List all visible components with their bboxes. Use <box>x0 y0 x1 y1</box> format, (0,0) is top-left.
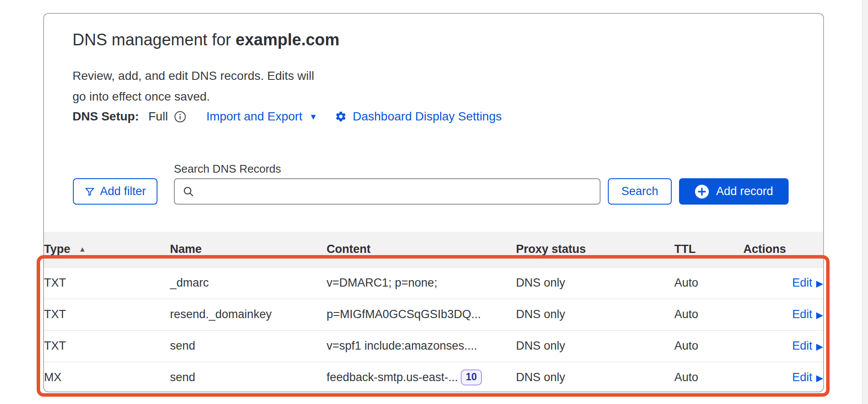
table-row: TXT_dmarcv=DMARC1; p=none;DNS onlyAutoEd… <box>44 267 823 299</box>
sort-ascending-icon: ▲ <box>79 245 86 253</box>
record-ttl: Auto <box>674 267 743 299</box>
edit-record-link[interactable]: Edit▶ <box>792 371 823 384</box>
edit-arrow-icon: ▶ <box>816 278 823 288</box>
page-title-prefix: DNS management for <box>72 31 236 49</box>
edit-label: Edit <box>792 276 812 289</box>
filter-funnel-icon <box>85 186 95 197</box>
table-header: Type ▲ Name Content Proxy status TTL Act… <box>44 232 823 267</box>
subtitle-line-2: go into effect once saved. <box>72 86 314 107</box>
dashboard-display-settings-link[interactable]: Dashboard Display Settings <box>335 110 502 123</box>
record-proxy-status: DNS only <box>516 267 674 299</box>
record-actions-cell: Edit▶ <box>743 330 823 362</box>
table-row: MXsendfeedback-smtp.us-east-...10DNS onl… <box>44 362 823 393</box>
record-type: MX <box>44 362 170 393</box>
record-type: TXT <box>44 267 170 299</box>
edit-arrow-icon: ▶ <box>816 310 823 320</box>
edit-record-link[interactable]: Edit▶ <box>792 308 823 321</box>
add-filter-label: Add filter <box>100 185 146 198</box>
gear-icon <box>335 110 347 123</box>
controls-row: Add filter Search <box>44 178 823 205</box>
record-content: v=DMARC1; p=none; <box>327 276 437 289</box>
record-actions-cell: Edit▶ <box>743 299 823 330</box>
search-records-label: Search DNS Records <box>174 162 281 176</box>
edit-label: Edit <box>792 371 812 384</box>
page: DNS management for example.com Review, a… <box>0 0 868 404</box>
record-actions-cell: Edit▶ <box>743 362 823 393</box>
dns-management-card: DNS management for example.com Review, a… <box>43 13 824 392</box>
add-filter-button[interactable]: Add filter <box>73 178 157 205</box>
priority-badge: 10 <box>461 369 482 385</box>
chevron-down-icon: ▼ <box>309 113 318 121</box>
search-button[interactable]: Search <box>608 178 672 205</box>
column-header-actions: Actions <box>743 232 823 267</box>
table-row: TXTsendv=spf1 include:amazonses....DNS o… <box>44 330 823 362</box>
edit-label: Edit <box>792 339 812 352</box>
column-header-content: Content <box>327 232 516 267</box>
column-header-type-label: Type <box>44 243 70 256</box>
record-type: TXT <box>44 330 170 362</box>
subtitle-line-1: Review, add, and edit DNS records. Edits… <box>72 66 314 86</box>
dns-setup-value: Full <box>148 110 168 123</box>
plus-circle-icon <box>695 184 709 199</box>
page-title-domain: example.com <box>236 31 340 49</box>
dns-table-body: TXT_dmarcv=DMARC1; p=none;DNS onlyAutoEd… <box>44 267 823 393</box>
dns-setup-label: DNS Setup: <box>72 110 139 123</box>
edit-arrow-icon: ▶ <box>816 341 823 351</box>
record-name: resend._domainkey <box>170 299 327 330</box>
record-content-cell: v=DMARC1; p=none; <box>327 267 516 299</box>
dns-setup-row: DNS Setup: Full Import and Export ▼ <box>72 108 502 125</box>
record-ttl: Auto <box>674 330 743 362</box>
record-ttl: Auto <box>674 362 743 393</box>
record-content-cell: v=spf1 include:amazonses.... <box>327 330 516 362</box>
record-content: v=spf1 include:amazonses.... <box>327 339 477 352</box>
add-record-label: Add record <box>716 185 773 198</box>
edit-label: Edit <box>792 308 812 321</box>
record-actions-cell: Edit▶ <box>743 267 823 299</box>
record-name: send <box>170 330 327 362</box>
column-header-name: Name <box>170 232 327 267</box>
dns-records-table: Type ▲ Name Content Proxy status TTL Act… <box>44 232 823 393</box>
column-header-ttl: TTL <box>674 232 743 267</box>
record-name: send <box>170 362 327 393</box>
search-input-wrap <box>174 178 601 205</box>
record-proxy-status: DNS only <box>516 362 674 393</box>
info-icon[interactable] <box>174 110 186 123</box>
column-header-type[interactable]: Type ▲ <box>44 232 170 267</box>
import-export-link[interactable]: Import and Export ▼ <box>206 110 317 123</box>
add-record-button[interactable]: Add record <box>679 178 789 205</box>
table-row: TXTresend._domainkeyp=MIGfMA0GCSqGSIb3DQ… <box>44 299 823 330</box>
record-ttl: Auto <box>674 299 743 330</box>
record-content: p=MIGfMA0GCSqGSIb3DQ... <box>327 308 481 321</box>
column-header-proxy-status: Proxy status <box>516 232 674 267</box>
search-button-label: Search <box>621 185 658 198</box>
edit-arrow-icon: ▶ <box>816 373 823 383</box>
record-content-cell: feedback-smtp.us-east-...10 <box>327 362 516 393</box>
dashboard-display-settings-label: Dashboard Display Settings <box>353 110 502 123</box>
record-content-cell: p=MIGfMA0GCSqGSIb3DQ... <box>327 299 516 330</box>
record-type: TXT <box>44 299 170 330</box>
import-export-label: Import and Export <box>206 110 302 123</box>
record-proxy-status: DNS only <box>516 299 674 330</box>
page-title: DNS management for example.com <box>72 29 340 50</box>
record-content: feedback-smtp.us-east-... <box>327 371 458 384</box>
page-subtitle: Review, add, and edit DNS records. Edits… <box>72 66 314 107</box>
page-right-edge <box>862 0 868 404</box>
edit-record-link[interactable]: Edit▶ <box>792 339 823 352</box>
table-header-row: Type ▲ Name Content Proxy status TTL Act… <box>44 232 823 267</box>
record-name: _dmarc <box>170 267 327 299</box>
search-input[interactable] <box>174 178 601 205</box>
edit-record-link[interactable]: Edit▶ <box>792 276 823 289</box>
record-proxy-status: DNS only <box>516 330 674 362</box>
